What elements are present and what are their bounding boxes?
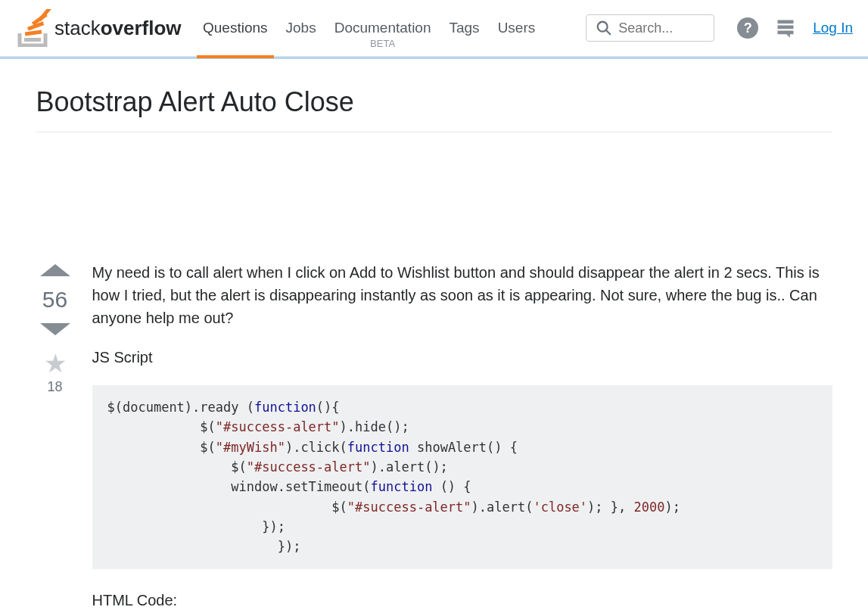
post-row: 56 ★ 18 My need is to call alert when I … [36,261,832,610]
nav-users[interactable]: Users [498,1,536,55]
help-icon[interactable]: ? [737,17,758,39]
primary-nav: Questions Jobs Documentation BETA Tags U… [203,1,535,55]
stackexchange-icon[interactable] [775,17,796,39]
search-icon [596,20,612,36]
html-code-label: HTML Code: [92,589,832,610]
vote-count: 56 [42,287,67,313]
topbar-icons: ? Log In [737,17,853,39]
question-body-text: My need is to call alert when I click on… [92,261,832,329]
logo[interactable]: stackoverflow [15,9,182,47]
favorite-star-icon[interactable]: ★ [44,350,67,376]
svg-rect-4 [38,9,51,21]
upvote-button[interactable] [40,264,70,276]
vote-column: 56 ★ 18 [36,261,74,610]
nav-jobs[interactable]: Jobs [286,1,316,55]
nav-documentation-beta: BETA [370,38,395,49]
search-box[interactable] [586,14,714,42]
nav-documentation[interactable]: Documentation BETA [334,1,431,49]
svg-text:stackoverflow: stackoverflow [54,17,182,39]
nav-questions[interactable]: Questions [203,1,268,55]
topbar: stackoverflow Questions Jobs Documentati… [0,0,868,57]
title-separator [36,132,832,132]
nav-tags[interactable]: Tags [449,1,479,55]
svg-rect-1 [25,30,42,36]
svg-rect-9 [778,26,794,30]
post-body: My need is to call alert when I click on… [92,261,832,610]
login-link[interactable]: Log In [813,20,853,36]
stackoverflow-logo-icon: stackoverflow [15,9,182,47]
downvote-button[interactable] [40,323,70,335]
nav-documentation-label: Documentation [334,20,431,36]
search-input[interactable] [618,20,694,36]
svg-line-7 [606,30,611,35]
question-title: Bootstrap Alert Auto Close [36,86,832,118]
svg-rect-8 [778,20,794,24]
js-script-label: JS Script [92,346,832,369]
favorite-count: 18 [47,379,62,395]
svg-rect-0 [24,38,41,42]
code-block-js: $(document).ready (function(){ $("#succe… [92,385,832,569]
progress-line [0,57,868,59]
